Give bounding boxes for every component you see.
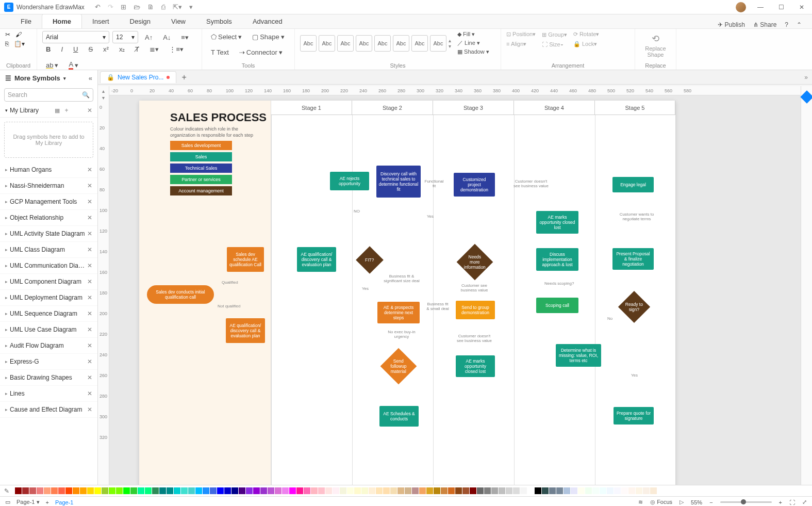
- color-swatch[interactable]: [152, 487, 159, 494]
- color-swatch[interactable]: [246, 487, 253, 494]
- fit-page-icon[interactable]: ⛶: [789, 499, 795, 505]
- color-swatch[interactable]: [282, 487, 289, 494]
- add-page-icon[interactable]: +: [46, 499, 49, 505]
- library-category[interactable]: ▸UML Deployment Diagram✕: [0, 290, 97, 306]
- help-icon[interactable]: ?: [785, 21, 788, 28]
- lib-grid-icon[interactable]: ▦: [55, 107, 60, 114]
- close-icon[interactable]: ✕: [87, 198, 92, 205]
- color-swatch[interactable]: [628, 487, 635, 494]
- publish-button[interactable]: ✈ Publish: [718, 21, 745, 28]
- flow-decision[interactable]: Needs more information: [457, 244, 493, 281]
- color-swatch[interactable]: [87, 487, 94, 494]
- rotate-button[interactable]: ⟳ Rotate▾: [573, 31, 599, 38]
- color-swatch[interactable]: [29, 487, 36, 494]
- open-icon[interactable]: 🗁: [134, 3, 140, 11]
- menu-design[interactable]: Design: [120, 14, 161, 28]
- library-category[interactable]: ▸Audit Flow Diagram✕: [0, 338, 97, 354]
- save-icon[interactable]: 🗎: [147, 3, 154, 11]
- color-swatch[interactable]: [239, 487, 245, 494]
- bullets-icon[interactable]: ≣▾: [146, 43, 162, 55]
- replace-shape-button[interactable]: ⟲ Replace Shape: [640, 31, 671, 60]
- align-button[interactable]: ≡ Align▾: [506, 41, 536, 47]
- color-swatch[interactable]: [513, 487, 520, 494]
- flow-node[interactable]: AE qualification/ discovery call & evalu…: [297, 247, 336, 272]
- library-category[interactable]: ▸UML Component Diagram✕: [0, 274, 97, 290]
- page-tab[interactable]: Page-1: [55, 499, 73, 505]
- color-swatch[interactable]: [181, 487, 188, 494]
- color-swatch[interactable]: [527, 487, 534, 494]
- close-icon[interactable]: ✕: [87, 246, 92, 253]
- flow-node[interactable]: AE Schedules & conducts: [379, 406, 419, 427]
- underline-icon[interactable]: U: [70, 43, 81, 55]
- scroll-down-icon[interactable]: ▾: [102, 95, 105, 101]
- color-swatch[interactable]: [116, 487, 123, 494]
- flow-node[interactable]: Engage legal: [612, 177, 654, 192]
- flow-node[interactable]: Discovery call with technical sales to d…: [376, 166, 421, 198]
- connector-tool[interactable]: ⇢ Connector ▾: [236, 46, 286, 58]
- collapse-sidebar-icon[interactable]: «: [89, 74, 92, 82]
- color-swatch[interactable]: [578, 487, 585, 494]
- color-swatch[interactable]: [592, 487, 599, 494]
- close-icon[interactable]: ✕: [87, 326, 92, 333]
- color-swatch[interactable]: [145, 487, 152, 494]
- color-swatch[interactable]: [484, 487, 491, 494]
- color-swatch[interactable]: [585, 487, 592, 494]
- color-swatch[interactable]: [224, 487, 231, 494]
- color-swatch[interactable]: [376, 487, 383, 494]
- color-swatch[interactable]: [188, 487, 195, 494]
- group-button[interactable]: ⊞ Group▾: [542, 31, 567, 38]
- color-swatch[interactable]: [462, 487, 469, 494]
- strike-icon[interactable]: S: [85, 43, 96, 55]
- color-swatch[interactable]: [217, 487, 224, 494]
- color-swatch[interactable]: [318, 487, 325, 494]
- style-preset[interactable]: Abc: [319, 35, 335, 52]
- flow-node[interactable]: Prepare quote for signature: [614, 407, 654, 425]
- close-icon[interactable]: ✕: [87, 406, 92, 413]
- decrease-font-icon[interactable]: A↓: [159, 31, 174, 43]
- zoom-out-icon[interactable]: −: [709, 499, 712, 505]
- menu-home[interactable]: Home: [42, 14, 82, 28]
- style-preset[interactable]: Abc: [393, 35, 409, 52]
- color-swatch[interactable]: [390, 487, 397, 494]
- print-icon[interactable]: ⎙: [161, 3, 165, 11]
- color-swatch[interactable]: [275, 487, 281, 494]
- color-swatch[interactable]: [549, 487, 556, 494]
- library-category[interactable]: ▸UML Sequence Diagram✕: [0, 306, 97, 322]
- fullscreen-icon[interactable]: ⤢: [802, 499, 807, 505]
- color-swatch[interactable]: [289, 487, 296, 494]
- color-swatch[interactable]: [22, 487, 29, 494]
- close-icon[interactable]: ✕: [87, 294, 92, 301]
- flow-decision[interactable]: Ready to sign?: [618, 291, 650, 323]
- color-swatch[interactable]: [15, 487, 22, 494]
- close-icon[interactable]: ✕: [87, 390, 92, 397]
- color-swatch[interactable]: [556, 487, 563, 494]
- color-swatch[interactable]: [412, 487, 419, 494]
- style-preset[interactable]: Abc: [300, 35, 317, 52]
- color-swatch[interactable]: [159, 487, 166, 494]
- flow-node[interactable]: Sales dev conducts initial qualification…: [147, 285, 214, 304]
- color-swatch[interactable]: [73, 487, 79, 494]
- library-category[interactable]: ▸Nassi-Shneiderman✕: [0, 178, 97, 194]
- flow-node[interactable]: Determine what is missing: value, ROI, t…: [556, 344, 601, 367]
- lib-add-icon[interactable]: +: [65, 107, 69, 114]
- page-nav-icon[interactable]: ▭: [5, 499, 10, 505]
- color-swatch[interactable]: [231, 487, 238, 494]
- color-swatch[interactable]: [347, 487, 354, 494]
- color-swatch[interactable]: [253, 487, 260, 494]
- flow-node[interactable]: Discuss implementation approach & lost: [536, 248, 578, 271]
- flow-decision[interactable]: Send followup material: [380, 348, 417, 385]
- styles-more-icon[interactable]: ▴▾: [449, 38, 451, 49]
- color-swatch[interactable]: [448, 487, 455, 494]
- color-swatch[interactable]: [123, 487, 130, 494]
- library-category[interactable]: ▸UML Activity State Diagram✕: [0, 226, 97, 242]
- close-icon[interactable]: ✕: [87, 358, 92, 365]
- layers-icon[interactable]: ≋: [638, 499, 643, 505]
- color-swatch[interactable]: [405, 487, 411, 494]
- color-swatch[interactable]: [325, 487, 332, 494]
- select-tool[interactable]: ⬠ Select ▾: [207, 31, 245, 43]
- color-swatch[interactable]: [571, 487, 577, 494]
- redo-icon[interactable]: ↷: [108, 3, 113, 11]
- color-swatch[interactable]: [650, 487, 657, 494]
- document-tab[interactable]: 🔒 New Sales Pro...: [100, 71, 176, 83]
- color-swatch[interactable]: [607, 487, 614, 494]
